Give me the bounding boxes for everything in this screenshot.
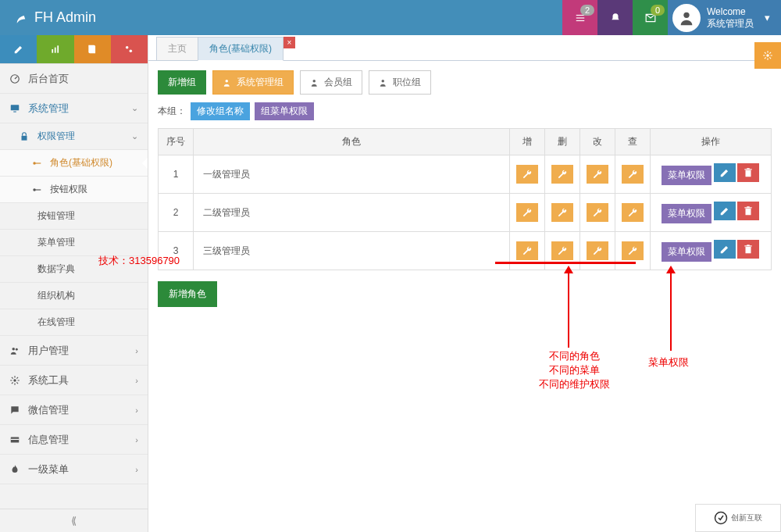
svg-rect-6: [57, 45, 59, 52]
nav-role-basic[interactable]: 角色(基础权限): [0, 150, 148, 177]
add-role-row: 新增角色: [158, 281, 772, 307]
sb-book-button[interactable]: [74, 35, 111, 63]
topbar-tasks[interactable]: 2: [562, 0, 597, 35]
menu-perm-button[interactable]: 菜单权限: [662, 204, 711, 223]
table-row: 3三级管理员菜单权限: [159, 232, 772, 270]
perm-del-button[interactable]: [551, 165, 573, 184]
delete-button[interactable]: [737, 240, 759, 259]
user-menu[interactable]: Welcome 系统管理员 ▾: [668, 0, 781, 35]
cell-no: 3: [159, 232, 194, 270]
nav-dashboard[interactable]: 后台首页: [0, 64, 148, 94]
cell-role: 二级管理员: [194, 194, 510, 232]
cell-no: 2: [159, 194, 194, 232]
svg-point-24: [382, 79, 385, 82]
bell-icon: [610, 12, 621, 23]
nav-label: 一级菜单: [28, 462, 69, 477]
group-member[interactable]: 会员组: [300, 70, 362, 95]
nav-user-mgmt[interactable]: 用户管理 ›: [0, 336, 148, 366]
add-role-button[interactable]: 新增角色: [158, 281, 217, 307]
perm-add-button[interactable]: [516, 203, 538, 222]
tab-close-button[interactable]: ×: [284, 37, 295, 48]
perm-qry-button[interactable]: [622, 241, 644, 260]
user-text: Welcome 系统管理员: [707, 6, 754, 29]
users-icon: [223, 77, 234, 88]
th-no: 序号: [159, 129, 194, 155]
svg-point-22: [226, 79, 229, 82]
th-add: 增: [510, 129, 545, 155]
nav-label: 按钮管理: [37, 209, 75, 223]
svg-rect-10: [11, 105, 20, 110]
nav-button-perm[interactable]: 按钮权限: [0, 177, 148, 203]
perm-add-button[interactable]: [516, 165, 538, 184]
perm-qry-button[interactable]: [622, 203, 644, 222]
chat-icon: [9, 405, 20, 416]
page-tabs: 主页 角色(基础权限) ×: [148, 35, 781, 61]
nav-info-mgmt[interactable]: 信息管理 ›: [0, 425, 148, 455]
nav-system-tools[interactable]: 系统工具 ›: [0, 366, 148, 395]
rename-group-button[interactable]: 修改组名称: [191, 102, 250, 120]
svg-rect-12: [22, 135, 27, 140]
chevron-right-icon: ›: [135, 346, 138, 355]
add-group-button[interactable]: 新增组: [158, 70, 206, 95]
nav-label: 在线管理: [37, 316, 75, 329]
svg-rect-2: [576, 20, 584, 20]
perm-del-button[interactable]: [551, 203, 573, 222]
svg-point-17: [12, 347, 16, 350]
users-icon: [310, 77, 321, 88]
nav-label: 系统工具: [28, 373, 69, 387]
nav-menu-mgmt[interactable]: 菜单管理: [0, 230, 148, 256]
sidebar-collapse[interactable]: ⟪: [0, 509, 148, 532]
nav-system-mgmt[interactable]: 系统管理 ⌄: [0, 94, 148, 123]
mail-badge: 0: [651, 5, 665, 16]
tab-role[interactable]: 角色(基础权限) ×: [198, 37, 284, 61]
menu-perm-button[interactable]: 菜单权限: [662, 242, 711, 262]
gear-icon: [9, 375, 20, 386]
book-icon: [87, 44, 98, 55]
th-qry: 查: [615, 129, 651, 155]
brand: FH Admin: [0, 9, 562, 26]
annotation-line: [568, 273, 569, 348]
perm-mod-button[interactable]: [587, 203, 608, 222]
delete-button[interactable]: [737, 163, 759, 182]
nav-label: 系统管理: [28, 102, 69, 116]
nav-button-mgmt[interactable]: 按钮管理: [0, 203, 148, 230]
edit-button[interactable]: [714, 240, 736, 259]
perm-mod-button[interactable]: [587, 241, 608, 260]
sb-stats-button[interactable]: [37, 35, 73, 63]
lock-icon: [19, 131, 30, 142]
svg-rect-14: [35, 162, 41, 163]
svg-point-8: [130, 50, 133, 53]
edit-button[interactable]: [714, 163, 736, 182]
menu-perm-button[interactable]: 菜单权限: [662, 166, 711, 185]
sb-settings-button[interactable]: [111, 35, 148, 63]
tab-home[interactable]: 主页: [156, 37, 198, 60]
delete-button[interactable]: [737, 202, 759, 220]
watermark-text: 创新互联: [731, 512, 762, 523]
key-icon: [31, 158, 42, 169]
perm-qry-button[interactable]: [622, 165, 644, 184]
nav-org[interactable]: 组织机构: [0, 283, 148, 309]
perm-add-button[interactable]: [516, 241, 538, 260]
topbar-mail[interactable]: 0: [633, 0, 668, 35]
perm-del-button[interactable]: [551, 241, 573, 260]
group-menu-perm-button[interactable]: 组菜单权限: [255, 102, 314, 120]
svg-rect-21: [11, 438, 20, 439]
nav-online-mgmt[interactable]: 在线管理: [0, 309, 148, 336]
group-system[interactable]: 系统管理组: [212, 70, 294, 95]
cogs-icon: [123, 44, 134, 55]
nav-permission-mgmt[interactable]: 权限管理 ⌄: [0, 123, 148, 150]
nav-level1-menu[interactable]: 一级菜单 ›: [0, 455, 148, 484]
sb-edit-button[interactable]: [0, 35, 37, 63]
annotation-underline: [495, 262, 636, 264]
chevron-right-icon: ›: [135, 435, 138, 445]
nav-label: 菜单管理: [37, 236, 75, 249]
topbar-bell[interactable]: [597, 0, 633, 35]
nav-wechat-mgmt[interactable]: 微信管理 ›: [0, 395, 148, 425]
nav-data-dict[interactable]: 数据字典: [0, 256, 148, 283]
group-position[interactable]: 职位组: [369, 70, 431, 95]
perm-mod-button[interactable]: [587, 165, 608, 184]
welcome-label: Welcome: [707, 6, 754, 17]
nav-label: 组织机构: [37, 289, 75, 302]
settings-fab[interactable]: [754, 42, 781, 69]
edit-button[interactable]: [714, 202, 736, 220]
